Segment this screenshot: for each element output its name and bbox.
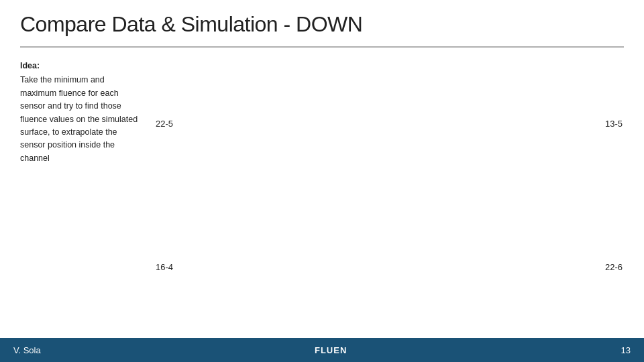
grid-row-1: 22-5 Fluence F19 - Sensor Down 13 12.5 1… [148, 53, 631, 194]
idea-text: Take the minimum and maximum fluence for… [20, 74, 141, 165]
plot-grid: 22-5 Fluence F19 - Sensor Down 13 12.5 1… [148, 48, 631, 338]
label-16-4: 16-4 [148, 262, 178, 272]
slide: Compare Data & Simulation - DOWN Idea: T… [0, 0, 644, 362]
slide-title: Compare Data & Simulation - DOWN [20, 12, 624, 37]
footer-title: FLUEN [315, 345, 347, 355]
footer-author: V. Sola [13, 345, 41, 355]
label-22-5: 22-5 [148, 119, 178, 129]
footer-page: 13 [621, 345, 631, 355]
left-panel: Idea: Take the minimum and maximum fluen… [13, 48, 148, 338]
label-22-6: 22-6 [600, 262, 631, 272]
footer: V. Sola FLUEN 13 [0, 338, 644, 362]
label-13-5: 13-5 [600, 119, 631, 129]
content-area: Idea: Take the minimum and maximum fluen… [0, 48, 644, 338]
header: Compare Data & Simulation - DOWN [0, 0, 644, 42]
grid-row-2: 16-4 Fluence F19 - Sensor Down 13 12.5 1… [148, 197, 631, 339]
idea-label: Idea: [20, 60, 141, 72]
